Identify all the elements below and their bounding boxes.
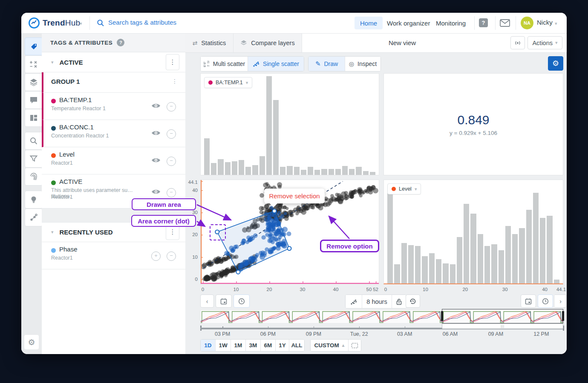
history-button[interactable]: [406, 294, 420, 308]
rail-tags-button[interactable]: [25, 37, 43, 55]
tag-description: Reactor1: [51, 160, 73, 166]
draw-button[interactable]: ✎ Draw: [308, 57, 345, 71]
multi-scatter-button[interactable]: Multi scatter: [201, 57, 248, 71]
trendhub-logo[interactable]: [28, 17, 40, 31]
chevron-down-icon[interactable]: ▾: [51, 229, 54, 235]
help-icon[interactable]: ?: [479, 18, 488, 27]
chart-settings-button[interactable]: ⚙: [548, 56, 563, 71]
visibility-eye-icon[interactable]: [151, 157, 161, 165]
remove-tag-icon[interactable]: −: [167, 188, 176, 197]
range-1w[interactable]: 1W: [215, 340, 231, 351]
selection-handle-right[interactable]: [562, 311, 564, 321]
nav-work-organizer[interactable]: Work organizer: [381, 17, 435, 29]
timeline-drag-bar[interactable]: |||: [442, 323, 563, 329]
inspect-target-icon: ◎: [349, 60, 354, 67]
draw-label: Draw: [324, 60, 338, 67]
tab-statistics[interactable]: ⇄ Statistics: [185, 33, 233, 52]
custom-frame-button[interactable]: [348, 340, 361, 351]
inspect-button[interactable]: ◎ Inspect: [345, 57, 380, 71]
history-icon: [409, 298, 416, 305]
y-axis-legend[interactable]: Level ▾: [387, 183, 421, 194]
pencil-icon: ✎: [315, 60, 321, 68]
visibility-eye-icon[interactable]: [151, 189, 161, 197]
tag-row-level[interactable]: Level Reactor1 −: [42, 147, 185, 174]
rail-fingerprint-button[interactable]: [25, 168, 43, 186]
tag-name: ACTIVE: [59, 178, 82, 185]
histogram-bar: [401, 243, 407, 283]
duration-button[interactable]: 8 hours: [362, 295, 392, 308]
user-name[interactable]: Nicky: [537, 19, 553, 26]
annotation-remove-option: Remove option: [320, 240, 379, 252]
rail-dashboard-button[interactable]: [25, 109, 43, 127]
x-axis-legend[interactable]: BA:TEMP.1 ▾: [204, 77, 252, 88]
custom-range-button[interactable]: CUSTOM ▴: [311, 340, 348, 351]
user-chevron-down-icon[interactable]: ▾: [555, 21, 557, 26]
remove-tag-icon[interactable]: −: [167, 252, 176, 261]
selection-handle-left[interactable]: [441, 311, 443, 321]
logo-chevron-down-icon[interactable]: ▾: [80, 21, 82, 26]
nav-home[interactable]: Home: [355, 17, 383, 29]
y-tick-label: 40: [192, 188, 198, 193]
nav-monitoring[interactable]: Monitoring: [430, 17, 471, 29]
rail-filter-button[interactable]: [25, 150, 43, 168]
group-header[interactable]: GROUP 1 ⋮: [42, 72, 185, 93]
add-tag-icon[interactable]: +: [151, 252, 161, 261]
timeline-label: Tue, 22: [350, 331, 368, 337]
scatter-network-icon: [29, 213, 38, 222]
scatter-time-button[interactable]: [346, 295, 362, 308]
chevron-down-icon[interactable]: ▾: [51, 60, 54, 65]
remove-tag-icon[interactable]: −: [167, 102, 176, 111]
remove-tag-icon[interactable]: −: [167, 129, 176, 139]
rail-scatter-button[interactable]: [25, 209, 43, 226]
range-6m[interactable]: 6M: [260, 340, 275, 351]
rail-layers-button[interactable]: [25, 73, 43, 91]
tag-row-ba-conc[interactable]: BA:CONC.1 Concentration Reactor 1 −: [42, 120, 185, 147]
clock-button-left[interactable]: [233, 294, 250, 308]
lock-button[interactable]: [392, 295, 406, 308]
help-circle-icon[interactable]: ?: [117, 39, 124, 46]
histogram-bar: [484, 246, 490, 283]
view-toolbar: ⇄ Statistics Compare layers New view Act…: [185, 33, 567, 53]
clock-button-right[interactable]: [538, 294, 553, 308]
step-back-button[interactable]: ‹: [200, 294, 214, 308]
tab-compare-layers[interactable]: Compare layers: [233, 33, 302, 52]
search-input[interactable]: [107, 18, 218, 26]
multi-scatter-label: Multi scatter: [213, 60, 245, 67]
histogram-bar: [266, 76, 272, 175]
single-scatter-button[interactable]: Single scatter: [248, 57, 304, 71]
y-tick-label: 10: [192, 254, 198, 260]
broadcast-button[interactable]: [510, 36, 525, 49]
range-all[interactable]: ALL: [289, 340, 304, 351]
avatar[interactable]: NA: [521, 17, 533, 29]
x-tick-label: 0: [202, 287, 204, 292]
section-active[interactable]: ▾ ACTIVE ⋮: [42, 52, 185, 72]
settings-button[interactable]: ⚙: [24, 335, 39, 349]
histogram-bar: [519, 228, 525, 283]
rail-comments-button[interactable]: [25, 91, 43, 109]
remove-tag-icon[interactable]: −: [167, 157, 176, 166]
back-arrow-icon: ‹: [206, 298, 208, 305]
remove-selection-tooltip[interactable]: Remove selection: [264, 189, 325, 203]
rail-search-button[interactable]: [25, 132, 43, 150]
rail-formulas-button[interactable]: [25, 55, 43, 73]
y-tick-label: 20: [192, 232, 198, 237]
scatter-mode-group: Multi scatter Single scatter: [200, 56, 304, 71]
tag-row-ba-temp[interactable]: BA:TEMP.1 Temperature Reactor 1 −: [42, 93, 185, 120]
range-1y[interactable]: 1Y: [275, 340, 289, 351]
range-1d[interactable]: 1D: [201, 340, 215, 351]
group-kebab-icon[interactable]: ⋮: [172, 78, 178, 85]
rail-recommendations-button[interactable]: [25, 191, 43, 209]
calendar-button-right[interactable]: [521, 294, 536, 308]
range-3m[interactable]: 3M: [245, 340, 260, 351]
range-1m[interactable]: 1M: [231, 340, 245, 351]
mail-icon[interactable]: [500, 19, 510, 29]
calendar-button-left[interactable]: [216, 294, 232, 308]
timeline-selection[interactable]: [442, 309, 563, 323]
visibility-eye-icon[interactable]: [151, 103, 161, 111]
actions-button[interactable]: Actions ▾: [527, 36, 562, 49]
step-forward-button[interactable]: ›: [555, 294, 567, 308]
active-menu-button[interactable]: ⋮: [166, 54, 179, 70]
visibility-eye-icon[interactable]: [151, 130, 161, 138]
tag-row-phase[interactable]: Phase Reactor1 + −: [42, 242, 185, 269]
y-tick-label: 44.1: [188, 180, 198, 185]
